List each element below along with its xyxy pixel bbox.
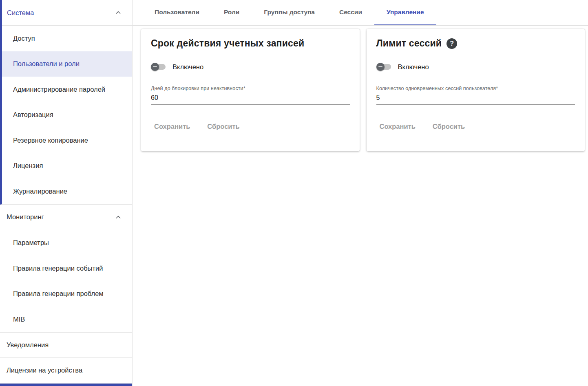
help-icon[interactable]: ? [447, 38, 457, 49]
sidebar-bottom-accent [0, 384, 132, 386]
content-area: Срок действия учетных записей Включено Д… [133, 26, 588, 151]
sidebar-item-logging[interactable]: Журналирование [2, 179, 132, 204]
sidebar-group-system: Система Доступ Пользователи и роли Админ… [0, 0, 132, 205]
sidebar: Система Доступ Пользователи и роли Админ… [0, 0, 133, 386]
app-root: Система Доступ Пользователи и роли Админ… [0, 0, 588, 386]
sidebar-item-authorization[interactable]: Авторизация [2, 102, 132, 128]
chevron-up-icon [115, 9, 122, 16]
card-account-expiry: Срок действия учетных записей Включено Д… [141, 29, 360, 151]
sidebar-item-problem-generation-rules[interactable]: Правила генерации проблем [0, 281, 132, 307]
sidebar-item-users-roles[interactable]: Пользователи и роли [2, 51, 132, 77]
sidebar-item-password-administration[interactable]: Администрирование паролей [2, 77, 132, 102]
card-title: Срок действия учетных записей [151, 38, 304, 49]
tab-sessions[interactable]: Сессии [327, 0, 374, 25]
enabled-toggle[interactable] [151, 63, 166, 71]
enabled-toggle[interactable] [376, 63, 392, 71]
sidebar-item-parameters[interactable]: Параметры [0, 230, 132, 256]
toggle-thumb [376, 63, 385, 71]
sidebar-item-mib[interactable]: MIB [0, 307, 132, 332]
main-content: Пользователи Роли Группы доступа Сессии … [133, 0, 588, 386]
tab-roles[interactable]: Роли [212, 0, 252, 25]
card-title: Лимит сессий [376, 38, 442, 49]
tab-users[interactable]: Пользователи [142, 0, 212, 25]
card-session-limit: Лимит сессий ? Включено Количество однов… [367, 29, 585, 151]
toggle-thumb [151, 63, 159, 71]
save-button[interactable]: Сохранить [151, 123, 193, 130]
chevron-up-icon [115, 214, 122, 221]
sidebar-group-label-system: Система [7, 9, 34, 17]
sidebar-item-device-licenses[interactable]: Лицензии на устройства [0, 358, 132, 384]
sidebar-item-notifications[interactable]: Уведомления [0, 333, 132, 358]
sidebar-item-license[interactable]: Лицензия [2, 153, 132, 179]
sidebar-item-event-generation-rules[interactable]: Правила генерации событий [0, 256, 132, 281]
concurrent-sessions-input[interactable] [376, 92, 575, 105]
sidebar-group-monitoring: Мониторинг Параметры Правила генерации с… [0, 205, 132, 333]
tab-bar: Пользователи Роли Группы доступа Сессии … [133, 0, 588, 26]
sidebar-group-header-system[interactable]: Система [2, 0, 132, 26]
sidebar-item-access[interactable]: Доступ [2, 26, 132, 51]
tab-access-groups[interactable]: Группы доступа [252, 0, 327, 25]
tab-management[interactable]: Управление [374, 0, 436, 25]
sidebar-group-label-monitoring: Мониторинг [7, 213, 44, 221]
sidebar-item-backup[interactable]: Резервное копирование [2, 128, 132, 153]
toggle-label: Включено [398, 63, 429, 71]
field-label: Дней до блокировки при неактивности* [151, 86, 245, 91]
days-until-block-input[interactable] [151, 92, 350, 105]
save-button[interactable]: Сохранить [376, 123, 419, 130]
sidebar-group-header-monitoring[interactable]: Мониторинг [0, 205, 132, 230]
toggle-label: Включено [172, 63, 203, 71]
reset-button[interactable]: Сбросить [204, 123, 243, 130]
reset-button[interactable]: Сбросить [429, 123, 468, 130]
field-label: Количество одновременных сессий пользова… [376, 86, 498, 91]
